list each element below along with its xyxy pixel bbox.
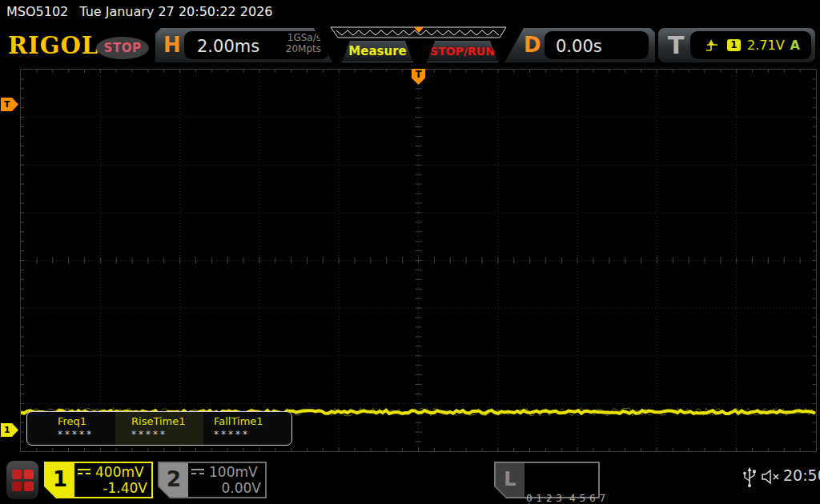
clock-text: 20:50 (783, 466, 820, 484)
channel2-block[interactable]: 2 100mV 0.00V (158, 462, 267, 498)
delay-label: D (524, 33, 541, 57)
dc-coupling-icon (191, 469, 204, 476)
channel1-block[interactable]: 1 400mV -1.40V (44, 462, 153, 498)
measurement-item[interactable]: Freq1 ***** (27, 412, 115, 445)
trigger-level-value: 2.71V (747, 38, 785, 53)
channel1-offset: -1.40V (78, 480, 147, 496)
channel2-scale: 100mV (209, 464, 258, 480)
stop-run-button[interactable]: STOP/RUN (427, 41, 498, 62)
acquisition-rates: 1GSa/s 20Mpts (286, 32, 321, 54)
menu-grid-icon[interactable] (6, 461, 38, 499)
memory-depth: 20Mpts (286, 43, 321, 54)
channel2-offset: 0.00V (191, 480, 261, 496)
delay-block[interactable]: D 0.00s (504, 28, 655, 62)
measurement-item[interactable]: FallTime1 ***** (203, 412, 291, 445)
bottom-bar: 1 400mV -1.40V 2 100mV 0.00V (0, 453, 820, 504)
dc-coupling-icon (78, 469, 90, 476)
channel1-trace (21, 70, 816, 451)
run-state-badge: STOP (96, 37, 149, 59)
rigol-logo: RIGOL (8, 32, 98, 59)
model-name: MSO5102 (6, 4, 68, 19)
oscilloscope-screen: MSO5102Tue January 27 20:50:22 2026 RIGO… (0, 0, 820, 504)
delay-value: 0.00s (556, 37, 602, 56)
trigger-level-marker[interactable]: T (1, 98, 18, 111)
datetime-text: Tue January 27 20:50:22 2026 (79, 4, 272, 19)
channel1-scale: 400mV (95, 464, 144, 480)
rising-edge-icon (705, 38, 719, 53)
graticule-display: T Freq1 ***** RiseTime1 ***** FallTime1 … (20, 69, 817, 452)
channel1-ground-marker[interactable]: 1 (1, 423, 18, 437)
timebase-value: 2.00ms (197, 37, 259, 56)
measurement-overlay: Freq1 ***** RiseTime1 ***** FallTime1 **… (26, 411, 292, 446)
measure-button[interactable]: Measure (342, 41, 413, 62)
logic-row1: 0 1 2 3 4 5 6 7 (526, 492, 597, 504)
waveform-preview-strip[interactable] (330, 26, 508, 39)
trigger-mode: A (790, 38, 800, 53)
trigger-label: T (668, 31, 684, 59)
trigger-source-badge: 1 (727, 39, 741, 51)
speaker-muted-icon (761, 469, 782, 485)
horizontal-label: H (163, 33, 181, 57)
horizontal-settings-block[interactable]: H 2.00ms 1GSa/s 20Mpts (155, 28, 335, 62)
usb-icon (743, 467, 756, 488)
trigger-block[interactable]: T 1 2.71V A (658, 28, 815, 62)
logic-channels-block[interactable]: L 0 1 2 3 4 5 6 7 8 9 1011 12131415 (494, 462, 600, 498)
sample-rate: 1GSa/s (286, 32, 321, 43)
measurement-item[interactable]: RiseTime1 ***** (115, 412, 203, 445)
header-bar: RIGOL STOP H 2.00ms 1GSa/s 20Mpts Measur… (0, 24, 820, 66)
status-bar: MSO5102Tue January 27 20:50:22 2026 (0, 0, 820, 24)
